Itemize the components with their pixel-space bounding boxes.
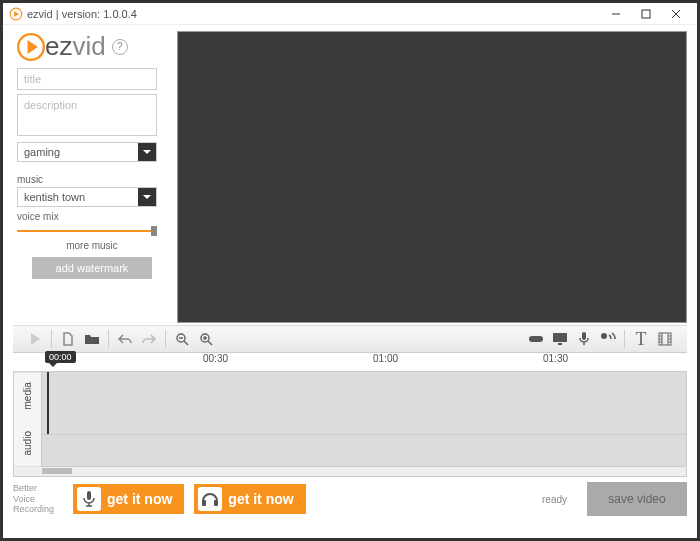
scrubber[interactable] [47,372,49,434]
file-icon[interactable] [56,327,80,351]
text-icon[interactable]: T [629,327,653,351]
svg-rect-16 [582,332,586,340]
help-icon[interactable]: ? [112,39,128,55]
play-icon [17,33,45,61]
zoom-in-icon[interactable] [194,327,218,351]
folder-open-icon[interactable] [80,327,104,351]
title-input[interactable] [17,68,157,90]
voice-mix-label: voice mix [17,211,167,222]
app-icon [9,7,23,21]
save-video-button[interactable]: save video [587,482,687,516]
headphones-promo-icon [198,487,222,511]
titlebar: ezvid | version: 1.0.0.4 [3,3,697,25]
promo-button-1[interactable]: get it now [73,484,184,514]
maximize-button[interactable] [631,4,661,24]
footer-promo-text: BetterVoiceRecording [13,483,63,515]
playhead-time: 00:00 [45,351,76,363]
undo-icon[interactable] [113,327,137,351]
logo: ezvid [17,31,106,62]
audio-track[interactable] [42,435,686,466]
time-mark: 00:30 [203,353,228,364]
more-music-link[interactable]: more music [17,240,167,251]
description-input[interactable] [17,94,157,136]
promo-button-2[interactable]: get it now [194,484,305,514]
add-watermark-button[interactable]: add watermark [32,257,152,279]
gamepad-icon[interactable] [524,327,548,351]
speech-icon[interactable] [596,327,620,351]
svg-rect-26 [87,491,91,500]
media-track-label: media [14,372,41,420]
svg-rect-2 [642,10,650,18]
left-panel: ezvid ? gaming music kentish town voice … [17,31,167,323]
svg-rect-27 [202,500,206,506]
footer: BetterVoiceRecording get it now get it n… [3,477,697,521]
timeline-scrollbar[interactable] [13,467,687,477]
time-ruler[interactable]: 00:00 00:30 01:00 01:30 [13,353,687,371]
time-mark: 01:30 [543,353,568,364]
redo-icon[interactable] [137,327,161,351]
play-button[interactable] [23,327,47,351]
svg-line-12 [208,341,212,345]
minimize-button[interactable] [601,4,631,24]
monitor-icon[interactable] [548,327,572,351]
toolbar: T [13,325,687,353]
svg-rect-28 [214,500,218,506]
media-track[interactable] [42,372,686,435]
music-select[interactable]: kentish town [17,187,157,207]
film-icon[interactable] [653,327,677,351]
zoom-out-icon[interactable] [170,327,194,351]
svg-rect-15 [558,343,562,345]
time-mark: 01:00 [373,353,398,364]
category-select[interactable]: gaming [17,142,157,162]
voice-mix-slider[interactable] [17,224,157,238]
preview-area [177,31,687,323]
svg-rect-14 [553,333,567,342]
timeline: 00:00 00:30 01:00 01:30 media audio [13,353,687,477]
window-title: ezvid | version: 1.0.0.4 [27,8,137,20]
chevron-down-icon [138,188,156,206]
svg-rect-13 [529,336,543,342]
svg-line-8 [184,341,188,345]
music-label: music [17,174,167,185]
chevron-down-icon [138,143,156,161]
microphone-icon[interactable] [572,327,596,351]
audio-track-label: audio [14,420,41,467]
status-text: ready [542,494,567,505]
close-button[interactable] [661,4,691,24]
microphone-promo-icon [77,487,101,511]
